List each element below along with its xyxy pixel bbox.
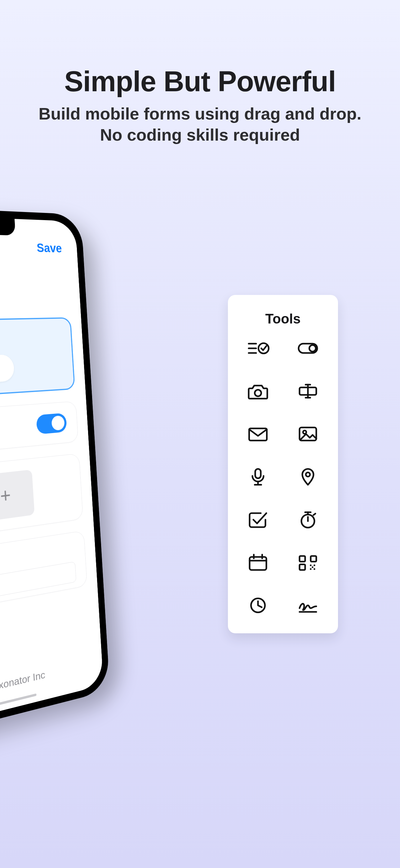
plus-icon: + [0, 484, 11, 507]
section-label: ALS [0, 295, 70, 308]
question-card-active[interactable]: rs tested to work? Yes No [0, 317, 75, 401]
svg-point-30 [310, 564, 312, 566]
tools-title: Tools [242, 311, 324, 327]
hero-title: Simple But Powerful [0, 65, 400, 98]
checkbox-icon[interactable] [246, 510, 270, 529]
yes-no-row: Yes No [0, 352, 63, 388]
list-check-icon[interactable] [246, 339, 270, 358]
phone-mock: Save Form ALS rs tested to work? Yes No … [0, 211, 112, 720]
tools-panel: Tools [228, 295, 338, 633]
calendar-icon[interactable] [246, 553, 270, 572]
svg-rect-29 [300, 564, 305, 570]
camera-icon[interactable] [246, 382, 270, 400]
stopwatch-icon[interactable] [296, 510, 320, 529]
text-card[interactable]: s [0, 531, 87, 621]
question-text: rs tested to work? [0, 330, 61, 348]
svg-point-34 [312, 566, 313, 568]
toggle-icon[interactable] [296, 339, 320, 358]
svg-point-33 [314, 568, 315, 570]
clock-icon[interactable] [246, 596, 270, 615]
hero-subtitle: Build mobile forms using drag and drop. … [0, 103, 400, 145]
hero: Simple But Powerful Build mobile forms u… [0, 0, 400, 145]
toggle-card: for safety [0, 401, 78, 460]
add-photo-button[interactable]: + [0, 469, 35, 522]
svg-point-17 [306, 472, 310, 477]
signature-icon[interactable] [296, 596, 320, 615]
tools-grid [242, 339, 324, 615]
image-icon[interactable] [296, 425, 320, 443]
svg-rect-14 [255, 469, 261, 478]
photo-card: + [0, 453, 83, 546]
svg-rect-11 [249, 428, 267, 440]
form-title: Form [0, 265, 69, 292]
no-button[interactable]: No [0, 354, 15, 384]
textbox-icon[interactable] [296, 382, 320, 400]
phone-notch [0, 215, 15, 235]
text-input[interactable] [0, 562, 76, 612]
phone-frame: Save Form ALS rs tested to work? Yes No … [0, 204, 110, 747]
toggle-switch[interactable] [36, 413, 67, 435]
svg-rect-27 [300, 556, 305, 562]
svg-point-6 [255, 390, 261, 397]
svg-rect-28 [311, 556, 316, 562]
svg-point-31 [314, 564, 315, 566]
svg-rect-23 [249, 557, 266, 570]
email-icon[interactable] [246, 425, 270, 443]
location-icon[interactable] [296, 468, 320, 486]
phone-screen: Save Form ALS rs tested to work? Yes No … [0, 213, 104, 737]
svg-point-5 [309, 345, 316, 352]
save-button[interactable]: Save [36, 241, 62, 255]
footer-text: 2024 | Axonator Inc [0, 669, 45, 700]
home-indicator [0, 693, 37, 711]
qrcode-icon[interactable] [296, 553, 320, 572]
svg-point-32 [310, 568, 312, 570]
svg-line-22 [313, 514, 315, 515]
microphone-icon[interactable] [246, 468, 270, 486]
